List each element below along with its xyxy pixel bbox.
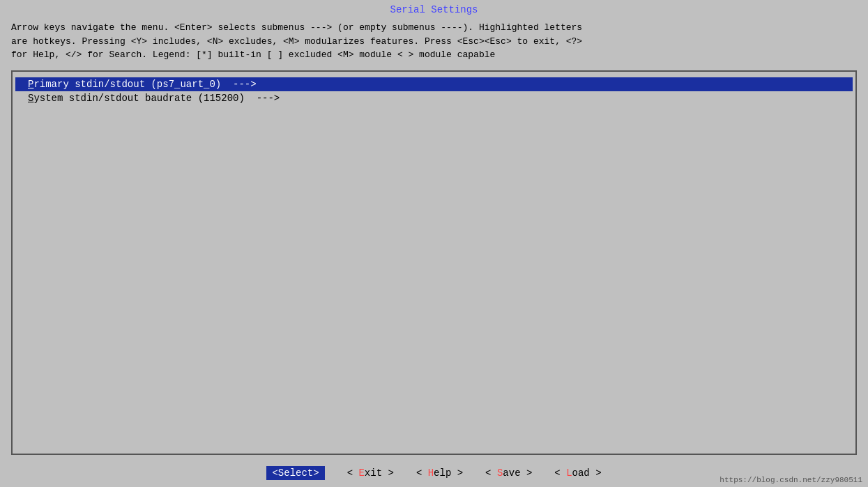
menu-item-primary-text: Primary stdin/stdout (ps7_uart_0) ---> xyxy=(28,79,257,90)
menu-item-system-stdin[interactable]: System stdin/stdout baudrate (115200) --… xyxy=(15,91,853,105)
hotkey-s: S xyxy=(28,93,33,104)
window-title: Serial Settings xyxy=(390,4,478,15)
title-bar: Serial Settings xyxy=(0,0,868,18)
load-hotkey: L xyxy=(566,467,572,479)
save-hotkey: S xyxy=(497,467,503,479)
cursor-indicator xyxy=(18,79,25,90)
watermark: https://blog.csdn.net/zzy980511 xyxy=(719,476,862,484)
save-button[interactable]: < Save > xyxy=(485,467,532,479)
help-line-3: for Help, </> for Search. Legend: [*] bu… xyxy=(11,48,857,62)
menu-inner: Primary stdin/stdout (ps7_uart_0) ---> S… xyxy=(13,72,855,111)
help-text: Arrow keys navigate the menu. <Enter> se… xyxy=(0,18,868,68)
help-hotkey: H xyxy=(428,467,434,479)
menu-item-primary-stdin[interactable]: Primary stdin/stdout (ps7_uart_0) ---> xyxy=(15,77,853,91)
main-container: Serial Settings Arrow keys navigate the … xyxy=(0,0,868,487)
help-line-2: are hotkeys. Pressing <Y> includes, <N> … xyxy=(11,35,857,49)
exit-hotkey: E xyxy=(358,467,364,479)
exit-button[interactable]: < Exit > xyxy=(347,467,394,479)
menu-area: Primary stdin/stdout (ps7_uart_0) ---> S… xyxy=(11,70,857,456)
cursor-indicator-2 xyxy=(18,93,25,104)
menu-item-system-text: System stdin/stdout baudrate (115200) --… xyxy=(28,93,280,104)
help-line-1: Arrow keys navigate the menu. <Enter> se… xyxy=(11,21,857,35)
load-button[interactable]: < Load > xyxy=(554,467,601,479)
help-button[interactable]: < Help > xyxy=(416,467,463,479)
select-button[interactable]: <Select> xyxy=(266,466,324,480)
hotkey-p: P xyxy=(28,79,33,90)
